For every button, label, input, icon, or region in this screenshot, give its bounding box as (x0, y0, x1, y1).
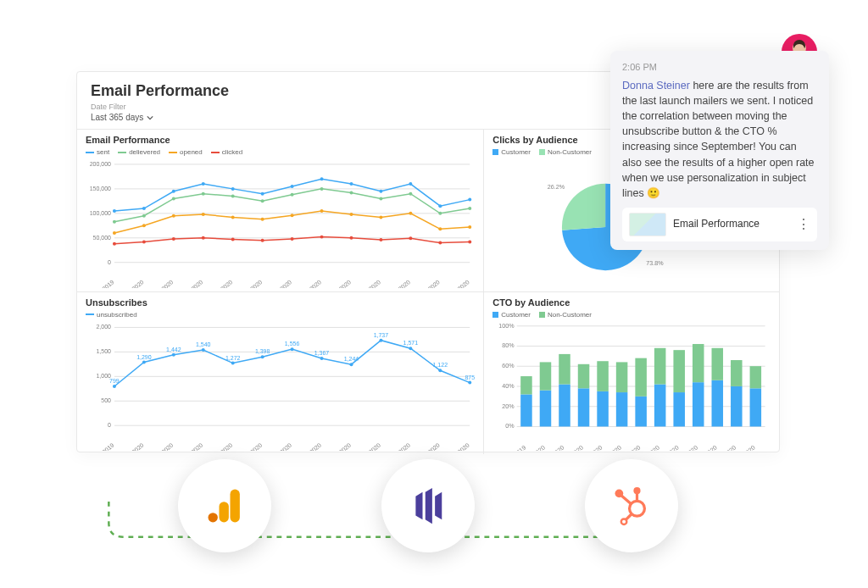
svg-point-63 (142, 240, 146, 243)
svg-point-112 (291, 347, 294, 351)
svg-text:1,367: 1,367 (314, 350, 330, 356)
svg-text:Jan-2020: Jan-2020 (122, 279, 145, 288)
svg-text:1,244: 1,244 (344, 356, 359, 362)
svg-text:Feb-2020: Feb-2020 (151, 279, 174, 288)
svg-text:500: 500 (101, 397, 111, 403)
svg-rect-145 (559, 384, 570, 426)
svg-point-187 (621, 519, 627, 524)
svg-text:1,571: 1,571 (403, 340, 419, 346)
svg-text:0%: 0% (505, 423, 515, 430)
svg-point-57 (349, 213, 353, 216)
svg-point-34 (438, 204, 442, 208)
chevron-down-icon (147, 114, 153, 121)
svg-point-26 (202, 182, 205, 186)
svg-rect-148 (578, 388, 590, 426)
svg-point-61 (468, 225, 471, 229)
svg-point-120 (409, 347, 412, 350)
svg-rect-178 (231, 490, 240, 523)
svg-point-66 (231, 238, 235, 241)
svg-point-33 (409, 182, 412, 186)
svg-point-116 (349, 363, 353, 366)
svg-point-35 (468, 198, 471, 202)
svg-text:May-2020: May-2020 (239, 279, 264, 288)
svg-point-23 (113, 209, 116, 213)
svg-rect-146 (559, 354, 570, 385)
svg-rect-172 (731, 386, 743, 427)
svg-text:Dec-2019: Dec-2019 (92, 279, 115, 288)
comment-text: here are the results from the last launc… (622, 80, 815, 199)
svg-point-124 (468, 380, 471, 384)
svg-text:40%: 40% (503, 383, 515, 390)
chart-legend: unsubscribed (86, 311, 475, 319)
svg-point-43 (320, 187, 324, 191)
svg-point-28 (261, 192, 264, 196)
svg-point-37 (142, 214, 146, 218)
svg-text:799: 799 (109, 378, 120, 384)
svg-point-29 (291, 185, 294, 188)
svg-point-102 (142, 360, 146, 363)
svg-point-42 (291, 193, 294, 197)
svg-text:Dec-2020: Dec-2020 (447, 279, 470, 288)
comment-attachment[interactable]: Email Performance ⋮ (622, 208, 817, 241)
marketo-icon (406, 484, 450, 528)
svg-text:Jun-2020: Jun-2020 (270, 279, 292, 288)
comment-mention[interactable]: Donna Steiner (622, 80, 690, 92)
svg-rect-160 (654, 384, 666, 426)
svg-text:20%: 20% (503, 402, 515, 409)
svg-rect-142 (540, 390, 552, 426)
chart-legend: sentdelieveredopenedclicked (86, 148, 475, 156)
unsubscribes-line-chart: 05001,0001,5002,000Dec-2019Jan-2020Feb-2… (86, 320, 475, 452)
integration-marketo[interactable] (381, 459, 475, 552)
svg-point-69 (320, 236, 324, 239)
svg-rect-154 (616, 392, 628, 426)
attachment-thumbnail-icon (629, 213, 666, 236)
svg-rect-152 (598, 361, 609, 391)
svg-point-39 (202, 192, 205, 196)
svg-point-186 (615, 490, 624, 498)
svg-text:Mar-2020: Mar-2020 (181, 279, 203, 288)
svg-point-53 (231, 215, 235, 219)
svg-point-31 (349, 182, 353, 186)
comment-bubble: 2:06 PM Donna Steiner here are the resul… (610, 51, 829, 250)
comment-timestamp: 2:06 PM (622, 61, 817, 75)
svg-text:100%: 100% (499, 322, 515, 329)
svg-text:1,500: 1,500 (96, 348, 111, 354)
svg-point-56 (320, 209, 324, 213)
svg-point-25 (172, 190, 175, 193)
svg-point-180 (209, 513, 218, 522)
svg-text:Jul-2020: Jul-2020 (301, 279, 322, 288)
svg-rect-163 (674, 392, 686, 426)
svg-text:1,122: 1,122 (433, 362, 448, 368)
svg-point-55 (291, 214, 294, 217)
svg-text:0: 0 (108, 259, 111, 265)
svg-point-114 (320, 357, 324, 360)
comment-body: Donna Steiner here are the results from … (622, 78, 817, 201)
svg-point-118 (379, 338, 382, 341)
svg-rect-155 (616, 362, 628, 392)
chart-title: CTO by Audience (492, 297, 771, 308)
svg-point-73 (438, 241, 442, 245)
integrations-row (76, 449, 792, 559)
svg-point-110 (261, 355, 264, 358)
svg-text:1,737: 1,737 (374, 331, 389, 337)
chart-legend: CustomerNon-Customer (492, 311, 771, 319)
svg-text:Aug-2020: Aug-2020 (328, 279, 352, 288)
svg-rect-166 (693, 382, 704, 426)
svg-text:Sep-2020: Sep-2020 (358, 279, 381, 288)
hubspot-icon (609, 484, 654, 528)
svg-text:150,000: 150,000 (90, 186, 111, 191)
svg-point-30 (320, 177, 324, 180)
svg-point-60 (438, 227, 442, 230)
chart-title: Email Performance (86, 135, 475, 145)
svg-rect-149 (578, 363, 590, 388)
svg-rect-167 (693, 344, 704, 382)
cto-by-audience-bar-chart: 0%20%40%60%80%100%Dec-2019Jan-2020Feb-20… (492, 320, 771, 452)
svg-text:875: 875 (465, 374, 475, 380)
integration-google-analytics[interactable] (178, 459, 271, 552)
svg-rect-169 (712, 380, 724, 426)
date-filter-value: Last 365 days (91, 113, 143, 122)
integration-hubspot[interactable] (585, 459, 678, 552)
svg-rect-164 (674, 350, 686, 392)
svg-point-106 (202, 348, 205, 352)
svg-text:2,000: 2,000 (96, 324, 111, 330)
